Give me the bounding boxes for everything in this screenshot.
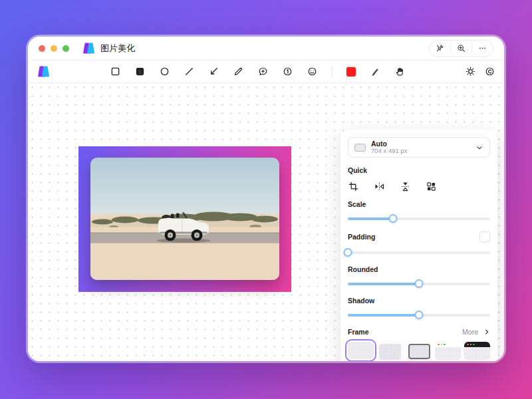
app-title: 图片美化	[100, 43, 135, 55]
more-icon	[478, 44, 487, 53]
size-selector[interactable]: Auto 704 x 491 px	[348, 137, 490, 158]
sun-icon	[466, 66, 475, 76]
pin-icon	[436, 44, 444, 53]
minimize-window-button[interactable]	[51, 45, 57, 52]
quick-section-label: Quick	[348, 166, 490, 174]
frame-option-browser-dark[interactable]	[464, 342, 490, 359]
shadow-slider-handle[interactable]	[415, 311, 424, 319]
frame-size-icon	[354, 144, 366, 152]
toolbar-divider	[331, 66, 332, 77]
titlebar-actions	[429, 40, 493, 57]
color-swatch-button[interactable]	[345, 66, 356, 77]
zoom-window-button[interactable]	[451, 44, 471, 53]
chevron-right-icon	[483, 329, 490, 335]
frame-option-plain[interactable]	[348, 342, 374, 359]
editor-canvas[interactable]: Auto 704 x 491 px Quick	[28, 83, 504, 361]
rect-outline-tool[interactable]	[110, 66, 121, 77]
comment-add-tool[interactable]	[257, 66, 269, 77]
pin-button[interactable]	[430, 44, 450, 53]
zoom-in-icon	[457, 44, 466, 53]
shadow-slider[interactable]	[348, 311, 490, 319]
maximize-window-button[interactable]	[63, 45, 69, 52]
size-dimensions: 704 x 491 px	[371, 148, 407, 155]
brand-logo-icon	[37, 66, 50, 77]
number-badge-tool[interactable]	[282, 66, 293, 77]
beach-car-image	[90, 158, 279, 280]
more-menu-button[interactable]	[472, 44, 493, 53]
padding-slider-handle[interactable]	[344, 248, 352, 257]
page-background: { "titlebar": { "app_title": "图片美化" }, "…	[0, 0, 532, 399]
padding-label: Padding	[348, 233, 375, 241]
frame-label: Frame	[348, 328, 369, 336]
settings-panel: Auto 704 x 491 px Quick	[340, 130, 497, 361]
arrow-tool[interactable]	[208, 66, 219, 77]
frame-option-card[interactable]	[377, 342, 403, 359]
marker-tool[interactable]	[370, 66, 381, 77]
artboard[interactable]	[78, 146, 291, 292]
scale-label: Scale	[348, 200, 490, 208]
line-tool[interactable]	[184, 66, 195, 77]
rect-filled-tool[interactable]	[134, 66, 146, 77]
frame-option-browser-light[interactable]	[435, 342, 461, 359]
theme-toggle-button[interactable]	[466, 66, 475, 76]
padding-slider[interactable]	[348, 248, 490, 257]
grid-layout-button[interactable]	[426, 181, 436, 192]
shadow-label: Shadow	[348, 297, 490, 305]
rounded-slider-handle[interactable]	[415, 279, 424, 288]
frame-option-border[interactable]	[406, 342, 432, 359]
current-color-swatch	[346, 67, 356, 76]
app-logo-icon	[82, 43, 95, 54]
frame-more-link[interactable]: More	[462, 328, 490, 336]
toolbar-right	[466, 66, 495, 76]
hand-tool[interactable]	[394, 66, 406, 77]
scale-slider[interactable]	[348, 214, 490, 223]
copyright-button[interactable]	[485, 66, 495, 76]
close-window-button[interactable]	[39, 45, 45, 52]
padding-checkbox[interactable]	[479, 231, 490, 242]
tool-group	[110, 66, 406, 77]
photo-car-on-beach[interactable]	[90, 158, 279, 280]
titlebar: 图片美化	[28, 37, 504, 61]
pencil-tool[interactable]	[233, 66, 244, 77]
ellipse-tool[interactable]	[159, 66, 170, 77]
chevron-down-icon	[475, 144, 483, 152]
crop-button[interactable]	[348, 181, 358, 192]
toolbar	[28, 61, 504, 83]
rounded-slider[interactable]	[348, 279, 490, 288]
more-label: More	[462, 328, 478, 336]
app-window: 图片美化	[28, 37, 504, 361]
rounded-label: Rounded	[348, 265, 490, 273]
quick-actions	[348, 181, 490, 192]
copyright-icon	[485, 66, 495, 76]
flip-vertical-button[interactable]	[400, 181, 410, 192]
emoji-tool[interactable]	[307, 66, 318, 77]
scale-slider-handle[interactable]	[389, 214, 398, 223]
flip-horizontal-button[interactable]	[374, 181, 384, 192]
frame-options	[348, 342, 490, 359]
